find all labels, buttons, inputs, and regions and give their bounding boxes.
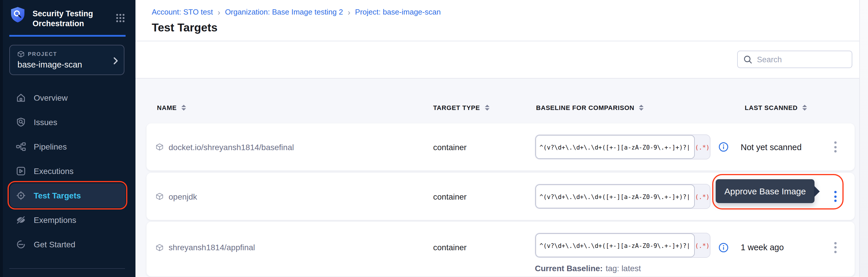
- search-input[interactable]: [757, 55, 846, 64]
- test-targets-table: NAME TARGET TYPE BASELINE FOR COMPARISON…: [135, 79, 859, 277]
- target-type: container: [433, 123, 467, 170]
- get-started-icon: [16, 239, 26, 250]
- target-name-cell: openjdk: [156, 173, 197, 220]
- sidebar-item-exemptions[interactable]: Exemptions: [0, 208, 135, 232]
- approve-base-image-tooltip[interactable]: Approve Base Image: [716, 179, 814, 203]
- sort-icon: [181, 105, 186, 111]
- regex-mask-badge: (.*): [695, 185, 710, 208]
- target-name: openjdk: [168, 192, 197, 201]
- baseline-input-group: (.*): [535, 134, 710, 160]
- sidebar-item-label: Test Targets: [34, 191, 81, 200]
- app-window: Security Testing Orchestration PROJECT b…: [0, 0, 868, 277]
- baseline-regex-input[interactable]: [535, 185, 695, 208]
- target-name: docket.io/shreyansh1814/basefinal: [168, 142, 294, 151]
- column-header-last-scanned[interactable]: LAST SCANNED: [745, 104, 807, 111]
- target-name-cell: docket.io/shreyansh1814/basefinal: [156, 123, 294, 170]
- search-box[interactable]: [737, 51, 852, 68]
- sidebar-item-pipelines[interactable]: Pipelines: [0, 134, 135, 159]
- sidebar-item-label: Exemptions: [34, 215, 76, 225]
- breadcrumb-organization-link[interactable]: Organization: Base Image testing 2: [225, 7, 343, 16]
- sort-icon: [639, 105, 644, 111]
- sidebar: Security Testing Orchestration PROJECT b…: [0, 0, 135, 277]
- last-scanned: Not yet scanned: [741, 123, 802, 170]
- project-selector[interactable]: PROJECT base-image-scan: [9, 45, 124, 75]
- sidebar-item-label: Get Started: [34, 240, 75, 249]
- target-name-cell: shreyansh1814/appfinal: [156, 222, 255, 273]
- regex-mask-badge: (.*): [695, 135, 710, 159]
- baseline-regex-input[interactable]: [535, 233, 695, 257]
- current-baseline-note: Current Baseline:tag: latest: [535, 264, 641, 273]
- sidebar-item-overview[interactable]: Overview: [0, 86, 135, 110]
- column-header-name[interactable]: NAME: [157, 104, 186, 111]
- shield-search-icon: [16, 117, 26, 128]
- table-row: docket.io/shreyansh1814/basefinal contai…: [147, 123, 855, 170]
- page-header: Account: STO test › Organization: Base I…: [135, 0, 859, 41]
- breadcrumb-separator-icon: ›: [218, 8, 220, 16]
- sidebar-item-issues[interactable]: Issues: [0, 110, 135, 134]
- sidebar-item-label: Executions: [34, 166, 73, 176]
- target-type: container: [433, 222, 467, 273]
- sort-icon: [485, 105, 489, 111]
- column-header-target-type[interactable]: TARGET TYPE: [433, 104, 489, 111]
- container-cube-icon: [156, 143, 163, 151]
- sidebar-item-label: Pipelines: [34, 142, 67, 151]
- home-icon: [16, 92, 26, 103]
- sidebar-item-executions[interactable]: Executions: [0, 159, 135, 183]
- breadcrumb-account-link[interactable]: Account: STO test: [152, 7, 213, 16]
- breadcrumb-separator-icon: ›: [348, 8, 350, 16]
- sidebar-item-test-targets[interactable]: Test Targets: [10, 183, 126, 208]
- column-header-baseline[interactable]: BASELINE FOR COMPARISON: [536, 104, 644, 111]
- baseline-regex-input[interactable]: [535, 135, 695, 159]
- brand-underline: [9, 35, 126, 36]
- pipelines-icon: [16, 141, 26, 152]
- page-title: Test Targets: [152, 21, 217, 34]
- executions-icon: [16, 166, 26, 176]
- baseline-input-group: (.*): [535, 184, 710, 209]
- sidebar-divider: [9, 268, 125, 269]
- current-baseline-value: tag: latest: [606, 264, 641, 273]
- right-edge-band: [859, 0, 868, 277]
- baseline-input-group: (.*): [535, 233, 710, 258]
- project-cube-icon: [18, 51, 24, 58]
- breadcrumb: Account: STO test › Organization: Base I…: [152, 7, 441, 16]
- container-cube-icon: [156, 193, 163, 200]
- container-cube-icon: [156, 244, 163, 251]
- sort-icon: [802, 105, 807, 111]
- table-row: openjdk container (.*) Approve Base Imag…: [147, 173, 855, 220]
- target-name: shreyansh1814/appfinal: [168, 243, 255, 252]
- row-menu-button[interactable]: [830, 173, 841, 220]
- row-menu-button[interactable]: [830, 123, 841, 170]
- sto-shield-logo-icon: [10, 6, 25, 25]
- info-icon[interactable]: [719, 222, 728, 273]
- last-scanned: 1 week ago: [741, 222, 784, 273]
- toolbar: [135, 41, 859, 79]
- breadcrumb-project-link[interactable]: Project: base-image-scan: [355, 7, 441, 16]
- project-name: base-image-scan: [18, 60, 82, 69]
- sidebar-nav: Overview Issues Pipelines Executions: [0, 86, 135, 257]
- target-type: container: [433, 173, 467, 220]
- table-row: shreyansh1814/appfinal container (.*) 1 …: [147, 222, 855, 276]
- sidebar-item-label: Overview: [34, 93, 68, 103]
- project-label: PROJECT: [28, 51, 57, 57]
- search-icon: [744, 55, 752, 64]
- row-menu-button[interactable]: [830, 222, 841, 273]
- sidebar-item-get-started[interactable]: Get Started: [0, 232, 135, 257]
- sidebar-item-label: Issues: [34, 117, 57, 127]
- target-icon: [16, 190, 26, 201]
- regex-mask-badge: (.*): [695, 233, 710, 257]
- eye-off-icon: [16, 215, 26, 225]
- current-baseline-label: Current Baseline:: [535, 264, 602, 273]
- info-icon[interactable]: [719, 123, 728, 170]
- app-title: Security Testing Orchestration: [33, 9, 109, 29]
- chevron-right-icon: [113, 56, 118, 67]
- app-switcher-grid-icon[interactable]: [116, 13, 125, 25]
